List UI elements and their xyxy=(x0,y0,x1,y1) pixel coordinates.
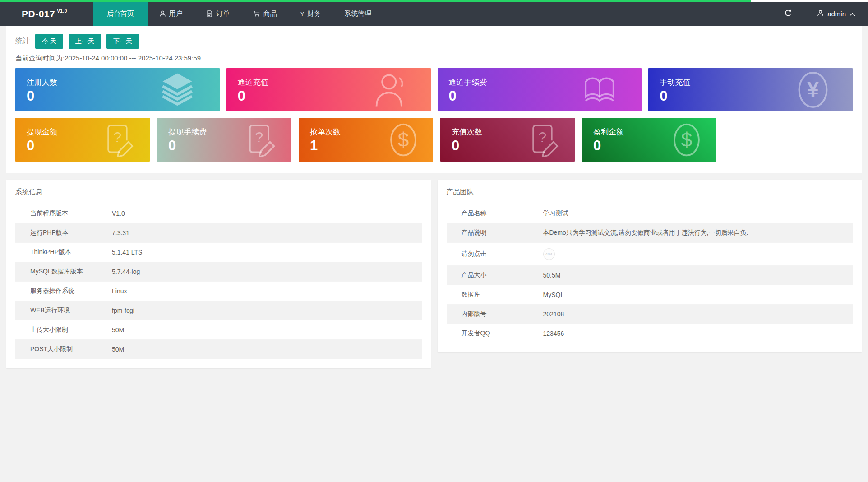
table-row: 数据库 MySQL xyxy=(447,285,853,305)
stat-card-label: 通道充值 xyxy=(238,77,268,88)
stat-card-value: 0 xyxy=(593,138,601,154)
stat-cards-row-1: 注册人数 0 通道充值 0 通 xyxy=(15,68,853,111)
yen-circle-icon: ¥ xyxy=(797,71,829,109)
chevron-up-icon xyxy=(850,10,855,18)
row-label: 当前程序版本 xyxy=(15,204,112,223)
stat-card-label: 充值次数 xyxy=(452,127,482,137)
row-value: 本Demo只为学习测试交流,请勿要做商业或者用于违法行为,一切后果自负. xyxy=(543,223,853,243)
refresh-button[interactable] xyxy=(772,2,804,26)
row-label: MySQL数据库版本 xyxy=(15,262,112,282)
row-value: V1.0 xyxy=(112,204,422,223)
svg-text:¥: ¥ xyxy=(807,78,819,101)
stat-card-withdraw-amount: 提现金额 0 ? xyxy=(15,118,150,162)
edit-doc-icon: ? xyxy=(105,123,134,157)
stat-card-manual-recharge: 手动充值 0 ¥ xyxy=(648,68,853,111)
svg-text:?: ? xyxy=(255,129,263,145)
stat-card-value: 0 xyxy=(449,88,457,104)
stat-card-label: 提现金额 xyxy=(27,127,57,137)
book-icon xyxy=(581,72,618,107)
stats-toolbar: 统计 今 天 上一天 下一天 xyxy=(15,34,853,49)
stat-card-registered-users: 注册人数 0 xyxy=(15,68,220,111)
stat-card-value: 0 xyxy=(660,88,667,104)
nav-item-label: 后台首页 xyxy=(107,9,134,18)
row-label: WEB运行环境 xyxy=(15,301,112,320)
stat-card-value: 0 xyxy=(452,138,459,154)
stats-panel: 统计 今 天 上一天 下一天 当前查询时间为:2025-10-24 00:00:… xyxy=(6,26,862,173)
stat-card-withdraw-fee: 提现手续费 0 ? xyxy=(157,118,291,162)
top-navbar: PD-017V1.0 后台首页 用户 订单 商品 ¥ 财务 系统管理 xyxy=(0,2,868,26)
row-label: POST大小限制 xyxy=(15,340,112,359)
row-label: 产品大小 xyxy=(447,266,543,285)
user-icon xyxy=(817,10,824,18)
dollar-circle-icon: $ xyxy=(672,123,701,157)
stat-card-grab-orders: 抢单次数 1 $ xyxy=(299,118,433,162)
user-menu[interactable]: admin xyxy=(804,2,868,26)
yen-icon: ¥ xyxy=(300,10,304,18)
row-value: 202108 xyxy=(543,305,853,324)
edit-doc-icon: ? xyxy=(246,123,276,157)
broken-image-404-badge[interactable]: 404 xyxy=(543,248,555,260)
dollar-circle-icon: $ xyxy=(389,123,418,157)
row-value: 7.3.31 xyxy=(112,223,422,243)
row-label: ThinkPHP版本 xyxy=(15,243,112,262)
svg-text:?: ? xyxy=(114,129,122,145)
nav-item-orders[interactable]: 订单 xyxy=(194,2,241,26)
row-value: Linux xyxy=(112,282,422,301)
row-value: 123456 xyxy=(543,324,853,343)
nav-item-users[interactable]: 用户 xyxy=(148,2,194,26)
nav-item-home[interactable]: 后台首页 xyxy=(93,2,148,26)
panel-title: 系统信息 xyxy=(15,188,422,196)
stat-card-value: 0 xyxy=(27,138,34,154)
row-label: 上传大小限制 xyxy=(15,320,112,340)
stat-card-value: 0 xyxy=(238,88,245,104)
table-row: 内部版号 202108 xyxy=(447,305,853,324)
table-row: ThinkPHP版本 5.1.41 LTS xyxy=(15,243,422,262)
stat-card-label: 手动充值 xyxy=(660,77,690,88)
nav-item-system[interactable]: 系统管理 xyxy=(332,2,383,26)
table-row: WEB运行环境 fpm-fcgi xyxy=(15,301,422,320)
nav-item-finance[interactable]: ¥ 财务 xyxy=(289,2,332,26)
document-icon xyxy=(206,10,213,17)
product-team-table: 产品名称 学习测试 产品说明 本Demo只为学习测试交流,请勿要做商业或者用于违… xyxy=(447,204,853,343)
svg-text:$: $ xyxy=(398,128,409,150)
today-button[interactable]: 今 天 xyxy=(35,34,63,49)
brand-logo[interactable]: PD-017V1.0 xyxy=(0,2,93,26)
stat-card-value: 0 xyxy=(168,138,176,154)
stat-card-label: 注册人数 xyxy=(27,77,57,88)
nav-item-label: 商品 xyxy=(263,9,277,18)
svg-text:$: $ xyxy=(681,128,693,150)
stat-card-label: 抢单次数 xyxy=(310,127,341,137)
row-value: MySQL xyxy=(543,285,853,305)
cart-icon xyxy=(253,10,260,17)
nav-item-label: 用户 xyxy=(169,9,183,18)
previous-day-button[interactable]: 上一天 xyxy=(69,34,101,49)
row-value: 5.1.41 LTS xyxy=(112,243,422,262)
table-row: 请勿点击 404 xyxy=(447,243,853,266)
table-row: 当前程序版本 V1.0 xyxy=(15,204,422,223)
table-row: 上传大小限制 50M xyxy=(15,320,422,340)
brand-text: PD-017 xyxy=(22,9,55,19)
user-icon xyxy=(374,72,407,107)
stat-cards-row-2: 提现金额 0 ? 提现手续费 0 ? xyxy=(15,118,853,162)
row-value: 学习测试 xyxy=(543,204,853,223)
row-value: 404 xyxy=(543,243,853,266)
stat-card-channel-fee: 通道手续费 0 xyxy=(438,68,642,111)
row-label: 开发者QQ xyxy=(447,324,543,343)
table-row: POST大小限制 50M xyxy=(15,340,422,359)
stat-card-label: 提现手续费 xyxy=(168,127,207,137)
nav-item-products[interactable]: 商品 xyxy=(241,2,289,26)
stat-card-label: 盈利金额 xyxy=(593,127,624,137)
row-label: 服务器操作系统 xyxy=(15,282,112,301)
product-team-panel: 产品团队 产品名称 学习测试 产品说明 本Demo只为学习测试交流,请勿要做商业… xyxy=(438,180,862,352)
username: admin xyxy=(827,10,846,18)
query-time-text: 当前查询时间为:2025-10-24 00:00:00 --- 2025-10-… xyxy=(15,54,853,63)
stat-card-profit-amount: 盈利金额 0 $ xyxy=(582,118,716,162)
row-label: 产品说明 xyxy=(447,223,543,243)
svg-text:?: ? xyxy=(539,129,547,145)
row-label: 请勿点击 xyxy=(447,243,543,266)
next-day-button[interactable]: 下一天 xyxy=(106,34,139,49)
row-value: 50.5M xyxy=(543,266,853,285)
system-info-table: 当前程序版本 V1.0 运行PHP版本 7.3.31 ThinkPHP版本 5.… xyxy=(15,204,422,359)
row-label: 数据库 xyxy=(447,285,543,305)
info-panels: 系统信息 当前程序版本 V1.0 运行PHP版本 7.3.31 ThinkPHP… xyxy=(6,180,862,368)
